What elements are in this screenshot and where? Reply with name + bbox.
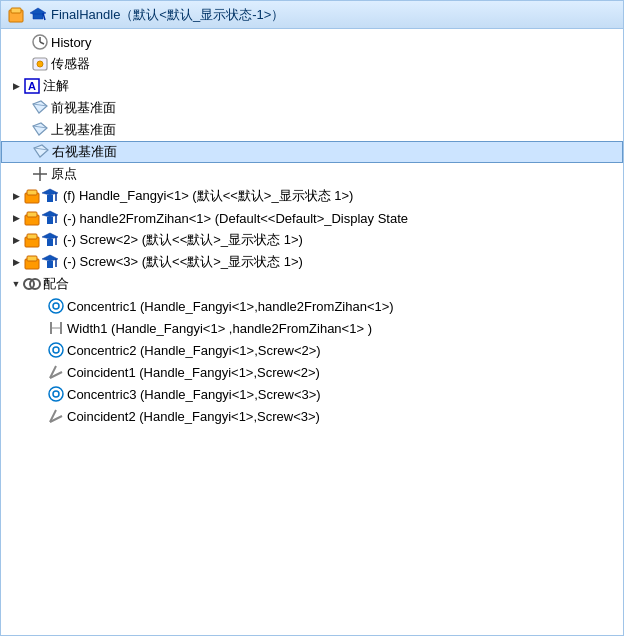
item-label-coincident2: Coincident2 (Handle_Fangyi<1>,Screw<3>) — [67, 409, 320, 424]
svg-rect-38 — [47, 261, 53, 268]
svg-point-47 — [49, 343, 63, 357]
tree-item-coincident2[interactable]: Coincident2 (Handle_Fangyi<1>,Screw<3>) — [1, 405, 623, 427]
item-label-concentric3: Concentric3 (Handle_Fangyi<1>,Screw<3>) — [67, 387, 321, 402]
part-icon-screw2 — [23, 231, 61, 249]
tree-item-front-plane[interactable]: 前视基准面 — [1, 97, 623, 119]
tree-item-history[interactable]: History — [1, 31, 623, 53]
svg-point-51 — [49, 387, 63, 401]
expand-arrow-screw3[interactable] — [9, 255, 23, 269]
tree-item-right-plane[interactable]: 右视基准面 — [1, 141, 623, 163]
coincident-icon-coincident1 — [47, 363, 65, 381]
item-label-screw2: (-) Screw<2> (默认<<默认>_显示状态 1>) — [63, 231, 303, 249]
svg-rect-28 — [47, 217, 53, 224]
item-label-mate-group: 配合 — [43, 275, 69, 293]
tree-item-mate-group[interactable]: 配合 — [1, 273, 623, 295]
tree-item-width1[interactable]: Width1 (Handle_Fangyi<1> ,handle2FromZih… — [1, 317, 623, 339]
svg-rect-23 — [47, 195, 53, 202]
item-label-history: History — [51, 35, 91, 50]
svg-point-9 — [37, 61, 43, 67]
item-label-right-plane: 右视基准面 — [52, 143, 117, 161]
origin-icon-origin — [31, 165, 49, 183]
width-icon-width1 — [47, 319, 65, 337]
tree-item-annotation[interactable]: A注解 — [1, 75, 623, 97]
header-title: FinalHandle（默认<默认_显示状态-1>） — [51, 6, 284, 24]
expand-arrow-handle2fromzihan[interactable] — [9, 211, 23, 225]
sensor-icon-sensor — [31, 55, 49, 73]
svg-line-4 — [43, 13, 45, 20]
plane-icon-front-plane — [31, 99, 49, 117]
mate-icon-mate-group — [23, 275, 41, 293]
plane-icon-right-plane — [32, 143, 50, 161]
tree-item-handle-fangyi[interactable]: (f) Handle_Fangyi<1> (默认<<默认>_显示状态 1>) — [1, 185, 623, 207]
svg-rect-26 — [27, 212, 37, 217]
item-label-front-plane: 前视基准面 — [51, 99, 116, 117]
coincident-icon-coincident2 — [47, 407, 65, 425]
item-label-concentric1: Concentric1 (Handle_Fangyi<1>,handle2Fro… — [67, 299, 394, 314]
tree-body: History传感器A注解前视基准面上视基准面右视基准面原点(f) Handle… — [1, 29, 623, 429]
expand-arrow-annotation[interactable] — [9, 79, 23, 93]
tree-item-concentric2[interactable]: Concentric2 (Handle_Fangyi<1>,Screw<2>) — [1, 339, 623, 361]
concentric-icon-concentric3 — [47, 385, 65, 403]
svg-marker-14 — [33, 123, 47, 135]
item-label-sensor: 传感器 — [51, 55, 90, 73]
tree-item-screw2[interactable]: (-) Screw<2> (默认<<默认>_显示状态 1>) — [1, 229, 623, 251]
tree-item-coincident1[interactable]: Coincident1 (Handle_Fangyi<1>,Screw<2>) — [1, 361, 623, 383]
tree-item-sensor[interactable]: 传感器 — [1, 53, 623, 75]
item-label-concentric2: Concentric2 (Handle_Fangyi<1>,Screw<2>) — [67, 343, 321, 358]
item-label-coincident1: Coincident1 (Handle_Fangyi<1>,Screw<2>) — [67, 365, 320, 380]
svg-marker-12 — [33, 101, 47, 113]
history-icon-history — [31, 33, 49, 51]
svg-text:A: A — [28, 80, 36, 92]
tree-item-concentric1[interactable]: Concentric1 (Handle_Fangyi<1>,handle2Fro… — [1, 295, 623, 317]
part-icon-screw3 — [23, 253, 61, 271]
annotation-icon-annotation: A — [23, 77, 41, 95]
tree-header: FinalHandle（默认<默认_显示状态-1>） — [1, 1, 623, 29]
expand-arrow-handle-fangyi[interactable] — [9, 189, 23, 203]
svg-rect-31 — [27, 234, 37, 239]
expand-arrow-mate-group[interactable] — [9, 277, 23, 291]
header-part-icon — [7, 6, 25, 24]
item-label-top-plane: 上视基准面 — [51, 121, 116, 139]
svg-point-43 — [53, 303, 59, 309]
item-label-width1: Width1 (Handle_Fangyi<1> ,handle2FromZih… — [67, 321, 372, 336]
tree-item-top-plane[interactable]: 上视基准面 — [1, 119, 623, 141]
expand-arrow-screw2[interactable] — [9, 233, 23, 247]
svg-point-48 — [53, 347, 59, 353]
svg-point-42 — [49, 299, 63, 313]
item-label-origin: 原点 — [51, 165, 77, 183]
tree-item-origin[interactable]: 原点 — [1, 163, 623, 185]
plane-icon-top-plane — [31, 121, 49, 139]
item-label-handle2fromzihan: (-) handle2FromZihan<1> (Default<<Defaul… — [63, 211, 408, 226]
part-icon-handle-fangyi — [23, 187, 61, 205]
svg-rect-21 — [27, 190, 37, 195]
concentric-icon-concentric2 — [47, 341, 65, 359]
item-label-screw3: (-) Screw<3> (默认<<默认>_显示状态 1>) — [63, 253, 303, 271]
svg-point-52 — [53, 391, 59, 397]
item-label-handle-fangyi: (f) Handle_Fangyi<1> (默认<<默认>_显示状态 1>) — [63, 187, 353, 205]
concentric-icon-concentric1 — [47, 297, 65, 315]
item-label-annotation: 注解 — [43, 77, 69, 95]
tree-item-screw3[interactable]: (-) Screw<3> (默认<<默认>_显示状态 1>) — [1, 251, 623, 273]
tree-item-handle2fromzihan[interactable]: (-) handle2FromZihan<1> (Default<<Defaul… — [1, 207, 623, 229]
svg-marker-16 — [34, 145, 48, 157]
svg-rect-1 — [11, 8, 21, 13]
part-icon-handle2fromzihan — [23, 209, 61, 227]
svg-marker-3 — [33, 14, 43, 19]
tree-item-concentric3[interactable]: Concentric3 (Handle_Fangyi<1>,Screw<3>) — [1, 383, 623, 405]
header-cap-icon — [29, 6, 47, 24]
svg-rect-33 — [47, 239, 53, 246]
tree-container: FinalHandle（默认<默认_显示状态-1>） History传感器A注解… — [0, 0, 624, 636]
svg-rect-36 — [27, 256, 37, 261]
